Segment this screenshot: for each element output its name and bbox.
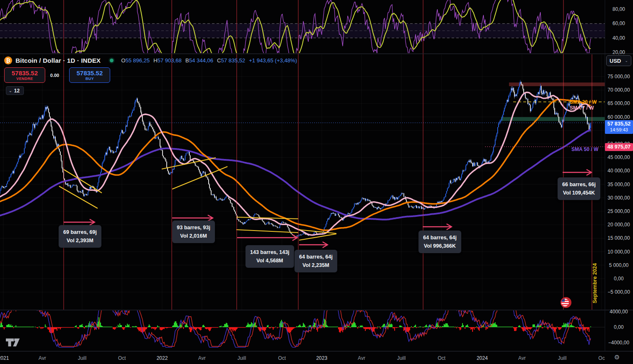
time-axis-label: Avr: [39, 355, 46, 361]
rsi-axis-label: 80,00: [605, 6, 633, 12]
sell-label: VENDRE: [16, 77, 33, 81]
price-zone: [509, 82, 605, 86]
current-price-tag: 57 835,52 14:59:43: [605, 120, 633, 134]
price-axis-label: 60 000,00: [605, 114, 633, 120]
rsi-axis-label: 20,00: [605, 49, 633, 55]
price-axis-label: 65 000,00: [605, 100, 633, 106]
measure-volume-text: Vol 109,454K: [563, 190, 595, 196]
chevron-down-icon: ⌄: [9, 89, 12, 93]
buy-price: 57835.52: [77, 69, 103, 77]
sma-indicator-label[interactable]: SMA 50 / W: [571, 146, 598, 152]
price-axis-label: 75 000,00: [605, 74, 633, 79]
time-axis-label: Oct: [118, 355, 126, 361]
price-axis-label: 10 000,00: [605, 249, 633, 255]
time-axis-label: Juill: [238, 355, 246, 361]
time-axis-label: Avr: [358, 355, 365, 361]
sell-button[interactable]: 57835.52 VENDRE: [4, 67, 45, 83]
current-price-value: 57 835,52: [605, 121, 633, 127]
oscillator-axis-label: 4000,00: [605, 309, 633, 315]
time-axis-label: 2022: [157, 355, 168, 361]
measure-bars-text: 64 barres, 64j: [299, 254, 333, 260]
time-axis-label: Oct: [278, 355, 286, 361]
low-value: 54 344,06: [189, 57, 213, 64]
trade-panel: 57835.52 VENDRE 0.00 57835.52 BUY: [4, 67, 110, 83]
measure-bars-text: 66 barres, 66j: [562, 182, 596, 187]
measure-bars-text: 69 barres, 69j: [63, 229, 97, 235]
tradingview-logo: [5, 337, 21, 347]
price-axis-label: −5 000,00: [605, 289, 633, 295]
measure-tool-box[interactable]: 66 barres, 66jVol 109,454K: [558, 177, 600, 200]
bar-count-value: 12: [14, 88, 20, 94]
change-value: +1 943,65 (+3,48%): [249, 57, 297, 64]
bar-count-selector[interactable]: ⌄ 12: [6, 86, 24, 95]
measure-tool-box[interactable]: 64 barres, 64jVol 996,366K: [419, 231, 461, 253]
buy-button[interactable]: 57835.52 BUY: [69, 67, 110, 83]
open-value: 55 896,25: [125, 57, 150, 64]
measure-tool-box[interactable]: 69 barres, 69jVol 2,393M: [59, 225, 101, 248]
time-axis-label: 2024: [477, 355, 488, 361]
oscillator-axis-label: 0,00: [605, 324, 633, 330]
measure-volume-text: Vol 4,568M: [256, 258, 283, 264]
measure-volume-text: Vol 2,393M: [67, 238, 93, 244]
sma-indicator-label[interactable]: SMA 20 / W: [570, 99, 597, 105]
price-axis-label: 25 000,00: [605, 208, 633, 214]
measure-bars-text: 93 barres, 93j: [177, 225, 210, 231]
time-axis-label: Oct: [438, 355, 446, 361]
time-axis-label: Juill: [397, 355, 406, 361]
market-status-dot[interactable]: [110, 59, 114, 62]
measure-volume-text: Vol 2,016M: [180, 233, 207, 239]
measure-tool-box[interactable]: 64 barres, 64jVol 2,235M: [295, 250, 337, 272]
time-axis-label: 2021: [0, 355, 9, 361]
open-label: O: [121, 57, 125, 64]
price-axis-label: 70 000,00: [605, 87, 633, 93]
price-axis-label: 35 000,00: [605, 182, 633, 187]
measure-volume-text: Vol 996,366K: [424, 243, 456, 249]
measure-volume-text: Vol 2,235M: [302, 262, 329, 268]
oscillator-axis-label: −4000,00: [605, 340, 633, 346]
high-label: H: [153, 57, 157, 64]
spread-value: 0.00: [45, 73, 64, 78]
sma-indicator-label[interactable]: SMA 7 / W: [570, 105, 594, 111]
time-axis-label: Juill: [78, 355, 87, 361]
time-axis-label: Oc: [598, 355, 605, 361]
symbol-title[interactable]: Bitcoin / Dollar · 1D · INDEX: [16, 57, 101, 64]
chart-canvas[interactable]: [0, 0, 633, 364]
symbol-header: ₿ Bitcoin / Dollar · 1D · INDEX O55 896,…: [4, 56, 297, 64]
chevron-down-icon: ⌄: [625, 59, 628, 63]
price-axis-label: 0,00: [605, 276, 633, 282]
close-value: 57 835,52: [221, 57, 245, 64]
price-axis-label: 5 000,00: [605, 262, 633, 268]
currency-value: USD: [610, 58, 621, 64]
time-axis-label: Avr: [518, 355, 526, 361]
price-axis-label: 20 000,00: [605, 222, 633, 228]
time-axis-label: 2023: [316, 355, 328, 361]
price-axis-label: 45 000,00: [605, 154, 633, 160]
bar-countdown: 14:59:43: [605, 127, 633, 133]
measure-bars-text: 64 barres, 64j: [423, 235, 457, 241]
us-flag-event-icon[interactable]: [561, 297, 571, 308]
price-zone: [501, 117, 605, 121]
currency-selector[interactable]: USD ⌄: [606, 55, 631, 66]
price-axis-label: 30 000,00: [605, 195, 633, 201]
btc-logo-icon: ₿: [4, 56, 12, 64]
sell-price: 57835.52: [12, 69, 38, 77]
low-label: B: [186, 57, 189, 64]
sma50-price-tag: 48 975,07: [605, 143, 633, 151]
price-axis-label: 15 000,00: [605, 235, 633, 241]
measure-tool-box[interactable]: 93 barres, 93jVol 2,016M: [172, 220, 215, 243]
time-axis-label: Juill: [558, 355, 567, 361]
measure-bars-text: 143 barres, 143j: [250, 249, 289, 255]
trading-chart-app: ₿ Bitcoin / Dollar · 1D · INDEX O55 896,…: [0, 0, 633, 364]
ohlc-values: O55 896,25 H57 903,68 B54 344,06 C57 835…: [121, 57, 297, 64]
event-month-label: Septembre 2024: [592, 261, 598, 303]
gear-icon[interactable]: ⚙: [614, 354, 620, 361]
rsi-axis-label: 40,00: [605, 35, 633, 41]
buy-label: BUY: [85, 77, 94, 81]
time-axis-label: Avr: [198, 355, 206, 361]
price-axis-label: 40 000,00: [605, 168, 633, 174]
high-value: 57 903,68: [158, 57, 182, 64]
measure-tool-box[interactable]: 143 barres, 143jVol 4,568M: [245, 245, 294, 268]
rsi-axis-label: 60,00: [605, 21, 633, 26]
